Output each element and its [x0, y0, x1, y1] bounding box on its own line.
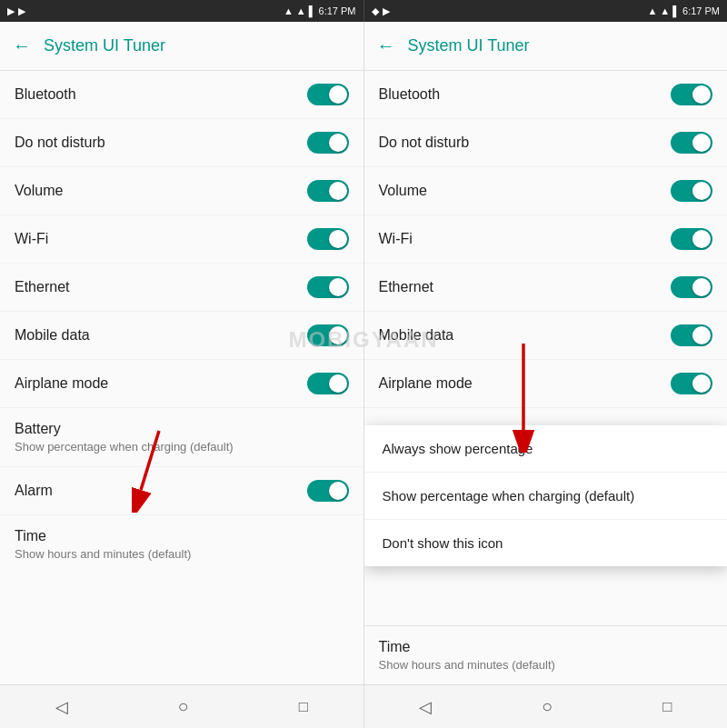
item-label: Bluetooth — [15, 86, 76, 103]
list-item: Wi-Fi — [0, 215, 364, 264]
left-nav-bar: ◁ ○ □ — [0, 685, 364, 728]
list-item: Bluetooth — [0, 71, 364, 119]
home-nav-icon-r[interactable]: ○ — [542, 696, 553, 717]
item-label: Alarm — [15, 483, 53, 499]
time-right-val: 6:17 PM — [682, 5, 720, 16]
battery-icon-l: ▌ — [309, 5, 316, 16]
battery-dropdown-menu: Always show percentage Show percentage w… — [364, 425, 728, 566]
list-item: Mobile data — [0, 312, 364, 360]
dropdown-item-charging[interactable]: Show percentage when charging (default) — [364, 473, 728, 520]
left-settings-list: Bluetooth Do not disturb Volume Wi-Fi — [0, 71, 364, 684]
toggle-airplane-l[interactable] — [307, 373, 349, 394]
list-item: Do not disturb — [0, 119, 364, 167]
status-right-right: ▲ ▲ ▌ 6:17 PM — [647, 5, 720, 16]
back-nav-icon-l[interactable]: ◁ — [55, 697, 68, 717]
signal-icon-r: ▲ — [647, 5, 657, 16]
download-icon: ◆ — [372, 5, 379, 17]
left-panel: ← System UI Tuner Bluetooth Do not distu… — [0, 22, 364, 684]
item-label: Time — [379, 639, 555, 655]
toggle-bluetooth-r[interactable] — [671, 84, 712, 105]
toggle-wifi-l[interactable] — [307, 228, 349, 250]
list-item: Battery Show percentage when charging (d… — [0, 408, 364, 467]
list-item: Alarm — [0, 467, 364, 515]
dropdown-item-always[interactable]: Always show percentage — [364, 425, 728, 473]
back-nav-icon-r[interactable]: ◁ — [419, 697, 432, 717]
toggle-wifi-r[interactable] — [671, 228, 712, 250]
left-app-bar: ← System UI Tuner — [0, 22, 364, 71]
time-item-content-r: Time Show hours and minutes (default) — [379, 639, 555, 672]
right-settings-list: Bluetooth Do not disturb Volume Wi-Fi — [364, 71, 728, 684]
item-label: Airplane mode — [15, 375, 108, 392]
toggle-bluetooth-l[interactable] — [307, 84, 349, 105]
toggle-dnd-l[interactable] — [307, 132, 349, 154]
list-item: Volume — [364, 167, 728, 215]
time-item-content: Time Show hours and minutes (default) — [15, 528, 191, 561]
wifi-icon-r: ▲ — [660, 5, 670, 16]
list-item: Ethernet — [364, 264, 728, 312]
status-bar-left: ▶ ▶ ▲ ▲ ▌ 6:17 PM — [0, 0, 364, 22]
item-label: Airplane mode — [379, 375, 473, 392]
signal-icon-l: ▲ — [284, 5, 294, 16]
list-item: Ethernet — [0, 264, 364, 312]
list-item: Do not disturb — [364, 119, 728, 167]
item-label: Wi-Fi — [379, 231, 413, 247]
right-title: System UI Tuner — [408, 36, 530, 55]
battery-icon-r: ▌ — [672, 5, 680, 16]
item-label: Wi-Fi — [15, 231, 48, 247]
toggle-dnd-r[interactable] — [671, 132, 712, 154]
list-item: Bluetooth — [364, 71, 728, 119]
status-bar-right: ◆ ▶ ▲ ▲ ▌ 6:17 PM — [364, 0, 728, 22]
list-item: Airplane mode — [364, 360, 728, 408]
item-label: Do not disturb — [379, 135, 470, 151]
left-title: System UI Tuner — [44, 36, 165, 55]
toggle-alarm-l[interactable] — [307, 480, 349, 502]
dropdown-item-dont-show[interactable]: Don't show this icon — [364, 520, 728, 566]
toggle-volume-r[interactable] — [671, 180, 712, 202]
list-item: Mobile data — [364, 312, 728, 360]
item-label: Volume — [379, 183, 427, 199]
right-app-bar: ← System UI Tuner — [364, 22, 728, 71]
list-item: Time Show hours and minutes (default) — [0, 515, 364, 573]
right-nav-bar: ◁ ○ □ — [364, 685, 728, 728]
item-label: Time — [15, 528, 191, 544]
toggle-ethernet-l[interactable] — [307, 276, 349, 298]
notification-icon: ▶ — [18, 5, 25, 17]
item-label: Do not disturb — [15, 135, 105, 151]
status-icons-right: ◆ ▶ — [372, 5, 390, 17]
item-label: Bluetooth — [379, 86, 441, 103]
item-label: Mobile data — [15, 327, 90, 344]
item-sublabel: Show hours and minutes (default) — [15, 547, 191, 561]
list-item: Wi-Fi — [364, 215, 728, 264]
list-item: Volume — [0, 167, 364, 215]
right-back-arrow[interactable]: ← — [377, 35, 395, 56]
android-icon: ▶ — [7, 5, 15, 17]
toggle-volume-l[interactable] — [307, 180, 349, 202]
list-item: Airplane mode — [0, 360, 364, 408]
toggle-ethernet-r[interactable] — [671, 276, 712, 298]
right-panel: ← System UI Tuner Bluetooth Do not distu… — [364, 22, 728, 684]
recent-nav-icon-l[interactable]: □ — [299, 698, 308, 716]
left-back-arrow[interactable]: ← — [13, 35, 31, 56]
battery-item-content: Battery Show percentage when charging (d… — [15, 421, 234, 454]
time-left: 6:17 PM — [319, 5, 356, 16]
item-label: Mobile data — [379, 327, 454, 344]
item-sublabel: Show hours and minutes (default) — [379, 658, 555, 672]
item-label: Battery — [15, 421, 234, 437]
home-nav-icon-l[interactable]: ○ — [178, 696, 189, 717]
list-item: Time Show hours and minutes (default) — [364, 625, 728, 684]
wifi-icon-l: ▲ — [296, 5, 306, 16]
upload-icon: ▶ — [383, 5, 390, 17]
item-label: Ethernet — [15, 279, 69, 295]
status-right-left: ▲ ▲ ▌ 6:17 PM — [284, 5, 356, 16]
toggle-mobiledata-r[interactable] — [671, 324, 712, 346]
item-label: Volume — [15, 183, 63, 199]
toggle-mobiledata-l[interactable] — [307, 324, 349, 346]
recent-nav-icon-r[interactable]: □ — [662, 698, 672, 716]
status-icons-left: ▶ ▶ — [7, 5, 25, 17]
item-sublabel: Show percentage when charging (default) — [15, 440, 234, 454]
item-label: Ethernet — [379, 279, 433, 295]
toggle-airplane-r[interactable] — [671, 373, 712, 394]
